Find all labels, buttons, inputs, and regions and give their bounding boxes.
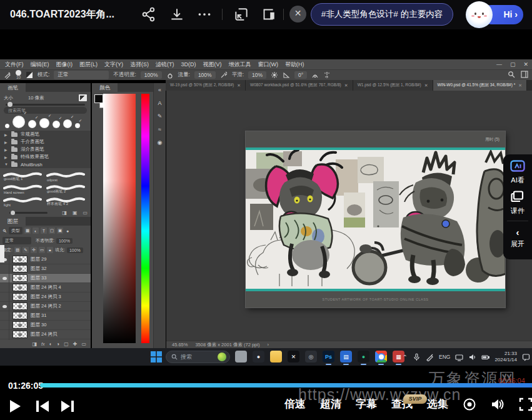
- layer-row[interactable]: 图层 33: [0, 274, 91, 283]
- tab-close-icon[interactable]: ✕: [237, 83, 241, 88]
- taskbar-app-capcut[interactable]: ✕: [288, 351, 299, 362]
- language-indicator[interactable]: ENG: [439, 354, 450, 360]
- foreground-color-swatch[interactable]: [94, 94, 103, 103]
- layer-visibility-toggle[interactable]: [0, 302, 9, 311]
- topic-search-pill[interactable]: #非人类型角色设计# 的主要内容: [311, 3, 453, 26]
- filter-shape-icon[interactable]: ▢: [49, 228, 55, 234]
- airbrush-icon[interactable]: [220, 71, 228, 79]
- tab-layers[interactable]: 图层: [0, 217, 26, 226]
- brush-tip[interactable]: [13, 116, 25, 128]
- layer-opacity-dropdown[interactable]: 100%: [56, 238, 73, 244]
- link-layers-icon[interactable]: ◨: [32, 341, 37, 347]
- new-group-icon[interactable]: ◨: [62, 210, 67, 216]
- layer-thumbnail[interactable]: [13, 293, 28, 301]
- taskbar-app-photoshop[interactable]: Ps: [323, 351, 334, 362]
- layer-row[interactable]: 图层 30: [0, 321, 91, 330]
- hue-strip[interactable]: [141, 94, 149, 343]
- microphone-icon[interactable]: [413, 353, 421, 361]
- brush-preset-picker[interactable]: 10: [16, 70, 21, 80]
- document-tab[interactable]: W-19.psd @ 50% (图层 2, RGB/8#) ✕: [166, 80, 246, 91]
- brush-settings-panel-icon[interactable]: ✎: [154, 113, 166, 119]
- layer-visibility-toggle[interactable]: [0, 292, 9, 302]
- taskbar-app-app-gray[interactable]: [235, 351, 247, 362]
- share-icon[interactable]: [141, 6, 157, 22]
- pressure-size-icon[interactable]: [311, 71, 319, 79]
- brush-preset[interactable]: 样本画笔 4 2: [46, 195, 88, 207]
- lock-move-icon[interactable]: ✢: [31, 247, 37, 253]
- layer-visibility-toggle[interactable]: [0, 321, 9, 330]
- pip-icon[interactable]: [260, 6, 276, 22]
- document-canvas[interactable]: 用时 (5): [246, 131, 505, 308]
- lock-brush-icon[interactable]: ✎: [23, 247, 29, 253]
- brush-angle-icon[interactable]: [283, 71, 290, 79]
- brush-preset[interactable]: oilpxst: [46, 170, 88, 182]
- brush-tip[interactable]: [53, 121, 60, 128]
- filter-type-dropdown[interactable]: 类型: [9, 227, 23, 234]
- ps-menu-item[interactable]: 选择(S): [130, 61, 149, 69]
- expander-icon[interactable]: ▼: [4, 162, 8, 166]
- brush-folder[interactable]: ▶ 特殊效果画笔: [0, 153, 91, 161]
- battery-icon[interactable]: [481, 353, 489, 361]
- start-button-icon[interactable]: [151, 351, 162, 362]
- panel-scroll-slider[interactable]: [9, 212, 48, 214]
- tray-expand-icon[interactable]: ⌃: [403, 354, 408, 361]
- taskbar-app-wechat[interactable]: ●: [358, 351, 369, 362]
- layer-thumbnail[interactable]: [13, 256, 28, 263]
- taskbar-app-app-dark[interactable]: ◎: [305, 351, 317, 362]
- expander-icon[interactable]: ▶: [4, 140, 8, 144]
- tab-close-icon[interactable]: ✕: [424, 83, 428, 88]
- prev-episode-icon[interactable]: [35, 399, 50, 413]
- notification-icon[interactable]: [522, 353, 530, 361]
- zoom-level[interactable]: 45.65%: [172, 342, 188, 348]
- layer-thumbnail[interactable]: [13, 312, 28, 319]
- tab-brushes[interactable]: 画笔: [0, 83, 26, 92]
- ps-menu-item[interactable]: 滤镜(T): [156, 61, 174, 69]
- player-button-超清[interactable]: 超清: [320, 397, 341, 411]
- progress-bar[interactable]: [40, 383, 532, 388]
- ps-search-icon[interactable]: [508, 71, 515, 78]
- brush-preset[interactable]: good画笔 1: [3, 170, 44, 182]
- ps-menu-item[interactable]: 视图(V): [203, 61, 222, 69]
- tab-close-icon[interactable]: ✕: [518, 83, 522, 88]
- ps-menu-item[interactable]: 3D(D): [181, 61, 196, 68]
- smoothing-dropdown[interactable]: 10%: [248, 71, 266, 79]
- new-layer-icon[interactable]: ✚: [73, 341, 78, 347]
- flow-dropdown[interactable]: 100%: [194, 71, 216, 79]
- brush-tip[interactable]: [75, 123, 80, 128]
- ps-canvas-area[interactable]: 用时 (5): [166, 91, 532, 341]
- ps-menu-item[interactable]: 增效工具: [229, 61, 251, 69]
- brush-size-value[interactable]: 10 像素: [28, 95, 44, 101]
- layer-mask-icon[interactable]: ◐: [49, 341, 52, 347]
- taskbar-clock[interactable]: 21:33 2024/1/14: [494, 351, 517, 362]
- pressure-opacity-icon[interactable]: [166, 71, 174, 79]
- ps-menu-item[interactable]: 图像(I): [56, 61, 73, 69]
- more-icon[interactable]: [196, 6, 213, 22]
- expand-panels-icon[interactable]: «: [154, 87, 166, 93]
- player-button-字幕[interactable]: 字幕: [356, 397, 377, 411]
- brush-size-slider[interactable]: [6, 104, 85, 106]
- layer-thumbnail[interactable]: [13, 302, 28, 310]
- taskbar-app-alienware[interactable]: ●: [253, 351, 264, 362]
- properties-panel-icon[interactable]: ≈: [154, 126, 166, 132]
- brush-tool-icon[interactable]: [4, 71, 11, 79]
- expand-button[interactable]: ‹ 展开: [503, 221, 532, 249]
- player-button-选集[interactable]: 选集: [427, 397, 448, 411]
- opacity-dropdown[interactable]: 100%: [141, 71, 162, 79]
- layer-row[interactable]: 图层 31: [0, 311, 91, 321]
- layer-thumbnail[interactable]: [13, 331, 28, 338]
- layer-row[interactable]: 图层 24 拷贝 2: [0, 302, 91, 311]
- play-icon[interactable]: [9, 399, 21, 413]
- history-panel-icon[interactable]: ◉: [154, 139, 166, 146]
- layer-thumbnail[interactable]: [13, 274, 28, 282]
- brush-folder[interactable]: ▶ 常规画笔: [0, 131, 91, 138]
- brush-search-input[interactable]: 搜索画笔: [4, 107, 87, 114]
- ps-menu-item[interactable]: 文字(Y): [104, 61, 123, 69]
- layer-visibility-toggle[interactable]: [0, 330, 9, 339]
- filter-smart-icon[interactable]: ▣: [57, 228, 63, 234]
- player-button-倍速[interactable]: 倍速: [284, 397, 306, 411]
- ps-menu-item[interactable]: 窗口(W): [258, 61, 279, 69]
- character-panel-icon[interactable]: A: [154, 100, 166, 106]
- layer-style-icon[interactable]: fx: [41, 342, 44, 346]
- filter-search-icon[interactable]: 🔍︎: [3, 229, 7, 233]
- delete-layer-icon[interactable]: ▭: [81, 341, 86, 347]
